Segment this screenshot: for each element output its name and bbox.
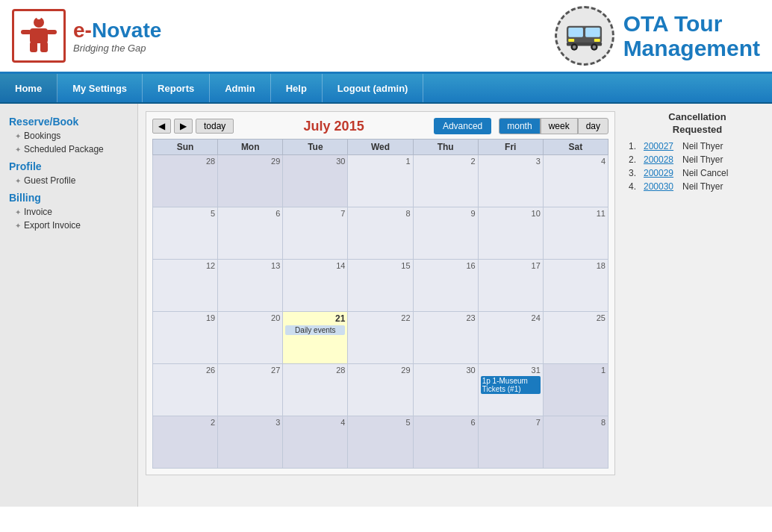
sidebar-item-guest-profile[interactable]: ✦ Guest Profile [0, 174, 137, 187]
calendar-cell[interactable]: 11 [543, 207, 608, 260]
nav-logout[interactable]: Logout (admin) [323, 74, 424, 102]
day-number: 7 [285, 209, 345, 218]
day-view-button[interactable]: day [578, 118, 608, 134]
calendar-cell[interactable]: 27 [218, 364, 283, 416]
calendar-cell[interactable]: 16 [413, 260, 478, 312]
calendar-cell[interactable]: 23 [413, 312, 478, 364]
cancel-id-link[interactable]: 200030 [644, 181, 679, 192]
tagline: Bridging the Gap [73, 43, 161, 54]
logo-icon [12, 9, 66, 63]
week-view-button[interactable]: week [541, 118, 578, 134]
sidebar-section-profile[interactable]: Profile [0, 156, 137, 174]
calendar-cell[interactable]: 15 [348, 260, 413, 312]
calendar-cell[interactable]: 8 [348, 207, 413, 260]
calendar-cell[interactable]: 28 [153, 155, 218, 207]
calendar-toolbar: ◀ ▶ today July 2015 Advanced month week … [152, 118, 608, 134]
calendar-cell[interactable]: 5 [153, 207, 218, 260]
nav-admin[interactable]: Admin [210, 74, 270, 102]
sidebar-item-bookings[interactable]: ✦ Bookings [0, 129, 137, 143]
cancellation-item: 2.200028Neil Thyer [629, 154, 766, 165]
calendar-cell[interactable]: 6 [218, 207, 283, 260]
svg-rect-16 [594, 39, 600, 42]
sidebar-item-invoice[interactable]: ✦ Invoice [0, 205, 137, 219]
calendar-cell[interactable]: 18 [543, 260, 608, 312]
calendar-cell[interactable]: 22 [348, 312, 413, 364]
calendar-cell[interactable]: 29 [218, 155, 283, 207]
calendar-cell[interactable]: 21Daily events [283, 312, 348, 364]
calendar-event[interactable]: 1p 1-Museum Tickets (#1) [481, 376, 541, 394]
cancel-name: Neil Thyer [682, 154, 723, 165]
next-button[interactable]: ▶ [174, 119, 193, 134]
cancel-name: Neil Thyer [682, 181, 723, 192]
calendar-cell[interactable]: 10 [478, 207, 543, 260]
svg-rect-5 [40, 42, 48, 52]
cancel-id-link[interactable]: 200029 [644, 168, 679, 178]
logo-area: e-Novate Bridging the Gap [12, 9, 161, 63]
calendar-cell[interactable]: 17 [478, 260, 543, 312]
cancel-number: 2. [629, 154, 641, 165]
calendar-cell[interactable]: 1 [348, 155, 413, 207]
day-number: 1 [350, 157, 410, 166]
calendar-cell[interactable]: 9 [413, 207, 478, 260]
calendar-cell[interactable]: 30 [283, 155, 348, 207]
calendar-cell[interactable]: 8 [543, 416, 608, 469]
calendar-cell[interactable]: 5 [348, 416, 413, 469]
day-number: 1 [546, 366, 606, 375]
nav-help[interactable]: Help [271, 74, 323, 102]
cancel-number: 4. [629, 181, 641, 192]
calendar-cell[interactable]: 26 [153, 364, 218, 416]
month-view-button[interactable]: month [499, 118, 540, 134]
sidebar-item-export-invoice[interactable]: ✦ Export Invoice [0, 219, 137, 232]
calendar-cell[interactable]: 28 [283, 364, 348, 416]
calendar-nav: ◀ ▶ today [152, 119, 234, 134]
day-number: 18 [546, 261, 606, 270]
nav-reports[interactable]: Reports [143, 74, 210, 102]
calendar-cell[interactable]: 25 [543, 312, 608, 364]
calendar-cell[interactable]: 2 [153, 416, 218, 469]
calendar-cell[interactable]: 13 [218, 260, 283, 312]
calendar-cell[interactable]: 19 [153, 312, 218, 364]
calendar-cell[interactable]: 3 [218, 416, 283, 469]
col-thu: Thu [413, 140, 478, 155]
nav-my-settings[interactable]: My Settings [57, 74, 143, 102]
sidebar-section-reserve[interactable]: Reserve/Book [0, 111, 137, 129]
calendar-cell[interactable]: 24 [478, 312, 543, 364]
sidebar-section-billing[interactable]: Billing [0, 187, 137, 205]
cancel-id-link[interactable]: 200028 [644, 154, 679, 165]
header: e-Novate Bridging the Gap OTA TourManage… [0, 0, 772, 74]
sidebar-item-scheduled-package[interactable]: ✦ Scheduled Package [0, 143, 137, 156]
day-number: 21 [285, 313, 345, 324]
calendar-event[interactable]: Daily events [285, 325, 345, 335]
day-number: 5 [155, 209, 215, 218]
day-number: 24 [481, 313, 541, 322]
calendar-cell[interactable]: 1 [543, 364, 608, 416]
cancel-id-link[interactable]: 200027 [644, 141, 679, 151]
calendar-cell[interactable]: 7 [283, 207, 348, 260]
day-number: 30 [416, 366, 476, 375]
day-number: 19 [155, 313, 215, 322]
calendar-cell[interactable]: 20 [218, 312, 283, 364]
calendar-cell[interactable]: 14 [283, 260, 348, 312]
day-number: 29 [350, 366, 410, 375]
calendar-cell[interactable]: 7 [478, 416, 543, 469]
calendar-cell[interactable]: 30 [413, 364, 478, 416]
calendar-cell[interactable]: 3 [478, 155, 543, 207]
calendar-cell[interactable]: 6 [413, 416, 478, 469]
day-number: 12 [155, 261, 215, 270]
prev-button[interactable]: ◀ [152, 119, 171, 134]
col-fri: Fri [478, 140, 543, 155]
today-button[interactable]: today [196, 119, 234, 134]
calendar-cell[interactable]: 29 [348, 364, 413, 416]
calendar-body: 282930123456789101112131415161718192021D… [153, 155, 608, 469]
cancel-number: 1. [629, 141, 641, 151]
advanced-button[interactable]: Advanced [434, 118, 491, 134]
calendar-cell[interactable]: 4 [283, 416, 348, 469]
calendar-cell[interactable]: 12 [153, 260, 218, 312]
cancellation-item: 4.200030Neil Thyer [629, 181, 766, 192]
calendar-cell[interactable]: 2 [413, 155, 478, 207]
calendar-cell[interactable]: 311p 1-Museum Tickets (#1) [478, 364, 543, 416]
day-number: 26 [155, 366, 215, 375]
nav-home[interactable]: Home [0, 74, 57, 102]
day-number: 25 [546, 313, 606, 322]
calendar-cell[interactable]: 4 [543, 155, 608, 207]
